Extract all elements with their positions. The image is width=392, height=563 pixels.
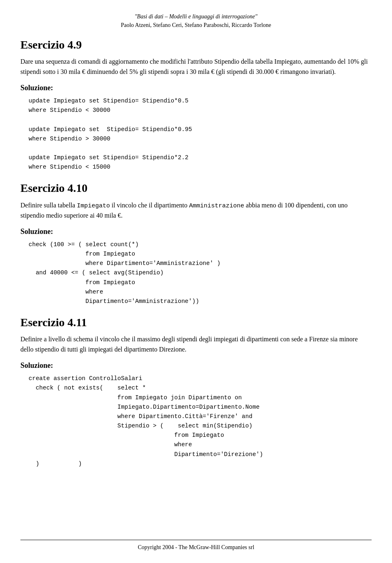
exercise-11-title: Esercizio 4.11 (20, 314, 372, 330)
header-line2: Paolo Atzeni, Stefano Ceri, Stefano Para… (20, 21, 372, 29)
exercise-11-section: Esercizio 4.11 Definire a livello di sch… (20, 314, 372, 469)
exercise-10-desc-p2: il vincolo che il dipartimento (110, 202, 189, 209)
exercise-11-description: Definire a livello di schema il vincolo … (20, 334, 372, 355)
exercise-9-title: Esercizio 4.9 (20, 37, 372, 53)
page-footer: Copyright 2004 - The McGraw-Hill Compani… (20, 540, 372, 552)
exercise-10-desc-code2: Amministrazione (189, 203, 244, 209)
exercise-9-section: Esercizio 4.9 Dare una sequenza di coman… (20, 37, 372, 172)
exercise-10-description: Definire sulla tabella Impiegato il vinc… (20, 200, 372, 221)
exercise-10-code: check (100 >= ( select count(*) from Imp… (29, 240, 372, 306)
exercise-9-code: update Impiegato set Stipendio= Stipendi… (29, 96, 372, 172)
footer-text: Copyright 2004 - The McGraw-Hill Compani… (138, 544, 254, 550)
exercise-10-desc-p1: Definire sulla tabella (20, 202, 77, 209)
exercise-9-description: Dare una sequenza di comandi di aggiorna… (20, 57, 372, 77)
exercise-10-solution-label: Soluzione: (20, 227, 372, 237)
exercise-9-solution-label: Soluzione: (20, 83, 372, 93)
exercise-11-code: create assertion ControlloSalari check (… (29, 374, 372, 469)
exercise-10-section: Esercizio 4.10 Definire sulla tabella Im… (20, 180, 372, 306)
exercise-11-solution-label: Soluzione: (20, 360, 372, 371)
exercise-10-title: Esercizio 4.10 (20, 180, 372, 196)
exercise-10-desc-code1: Impiegato (77, 203, 110, 209)
page-header: "Basi di dati – Modelli e linguaggi di i… (20, 12, 372, 29)
header-line1: "Basi di dati – Modelli e linguaggi di i… (20, 12, 372, 21)
